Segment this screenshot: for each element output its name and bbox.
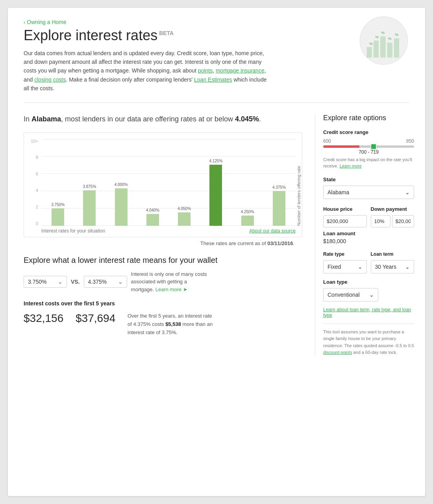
beta-badge: BETA [159,30,174,36]
loan-term-label: Loan term [371,251,414,257]
y-label-2: 2 [36,205,38,209]
bar-group-1: 3.750% [44,203,71,226]
loan-type-label: Loan type [323,279,414,285]
header-left: ‹ Owning a Home Explore interest ratesBE… [24,19,268,93]
state-label: State [323,177,414,182]
bar-group-5: 4.050% [171,206,198,226]
loan-term-col: Loan term 30 Years ⌄ [371,251,414,273]
svg-text:%: % [395,32,398,37]
price-payment-fields: House price Down payment [323,206,414,227]
house-price-col: House price [323,206,367,227]
bar-4 [146,214,159,226]
discount-points-link[interactable]: discount points [323,350,352,355]
credit-score-label: Credit score range [323,129,414,135]
house-price-input[interactable] [323,215,367,227]
credit-score-learn-link[interactable]: Learn more [340,164,362,168]
slider-thumb[interactable] [370,143,377,150]
chart-y-axis: 10+ 8 6 4 2 0 [24,139,41,226]
slider-note: Credit score has a big impact on the rat… [323,156,414,169]
slider-track[interactable] [323,145,414,148]
closing-costs-link[interactable]: closing costs [34,76,66,83]
svg-text:%: % [369,41,373,46]
loan-term-chevron-icon: ⌄ [405,264,410,270]
current-rates-note: These rates are current as of 03/11/2016… [24,240,302,246]
y-label-10: 10+ [31,139,38,143]
loan-term-select[interactable]: 30 Years ⌄ [371,260,414,273]
bar-8 [273,191,285,226]
y-axis-side-label: Number of lenders offering rate [296,139,301,226]
bars-row: 3.750% 3.875% 4.000% [41,139,296,226]
rate1-chevron-icon: ⌄ [58,279,63,285]
chart-footer: Interest rates for your situation About … [24,226,296,234]
loan-amount-value: $180,000 [323,238,414,244]
rate-type-label: Rate type [323,251,367,257]
bar-label-3: 4.000% [115,182,128,187]
state-field: State Alabama ⌄ [323,177,414,199]
cost-description: Over the first 5 years, an interest rate… [128,312,214,337]
loan-amount-label: Loan amount [323,231,414,236]
rate-compare-desc: Interest is only one of many costs assoc… [131,270,210,294]
bar-1 [52,208,64,226]
down-payment-pct-input[interactable] [371,215,390,227]
house-price-label: House price [323,206,367,212]
credit-score-field: Credit score range 600 850 700 - 719 Cre… [323,129,414,169]
interest-costs-label: Interest costs over the first 5 years [24,300,302,307]
cost-amount-2: $37,694 [76,312,123,325]
learn-loan-term-link[interactable]: Learn about loan term, rate type, and lo… [323,307,414,318]
state-headline: In Alabama, most lenders in our data are… [24,114,302,125]
y-label-6: 6 [36,172,38,176]
rate1-select[interactable]: 3.750% ⌄ [24,276,67,288]
loan-estimates-link[interactable]: Loan Estimates [194,76,232,83]
down-payment-col: Down payment [371,206,414,227]
loan-term-value: 30 Years [375,264,397,270]
price-payment-group: House price Down payment Loan amount $18… [323,206,414,244]
slider-value-label: 700 - 719 [323,149,414,155]
bar-3 [115,188,128,226]
y-label-8: 8 [36,155,38,160]
slider-min: 600 [323,138,331,144]
rate-term-group: Rate type Fixed ⌄ Loan term 30 Years ⌄ [323,251,414,273]
svg-rect-5 [394,39,399,58]
header-section: ‹ Owning a Home Explore interest ratesBE… [8,8,425,102]
chart-source-link[interactable]: About our data source [249,228,296,234]
wallet-section: Explore what a lower interest rate means… [24,256,302,337]
rate-type-select[interactable]: Fixed ⌄ [323,260,367,273]
bar-group-8: 4.375% [266,185,292,226]
bar-label-7: 4.250% [241,210,254,214]
bar-7 [241,216,254,226]
points-link[interactable]: points [198,67,213,74]
page-card: ‹ Owning a Home Explore interest ratesBE… [8,8,425,496]
bar-label-4: 4.040% [146,208,159,212]
loan-type-select[interactable]: Conventional ⌄ [323,288,378,301]
page-title: Explore interest ratesBETA [24,28,268,43]
svg-rect-4 [387,43,392,58]
cost-row: $32,156 $37,694 Over the first 5 years, … [24,312,302,337]
learn-more-link[interactable]: Learn more ➤ [155,286,187,292]
y-label-0: 0 [36,221,38,226]
svg-rect-3 [380,36,385,58]
loan-type-group: Loan type Conventional ⌄ [323,279,414,301]
bar-label-5: 4.050% [178,206,191,211]
state-chevron-icon: ⌄ [405,189,410,195]
slider-range-row: 600 850 [323,138,414,144]
rate-type-chevron-icon: ⌄ [358,264,363,270]
left-column: In Alabama, most lenders in our data are… [8,114,315,356]
loan-type-chevron-icon: ⌄ [369,292,374,298]
chart-bars-wrapper: 3.750% 3.875% 4.000% [41,139,296,226]
back-link-text: Owning a Home [27,19,66,25]
options-title: Explore rate options [323,114,414,122]
bar-5 [178,212,191,226]
state-select[interactable]: Alabama ⌄ [323,186,414,199]
bar-group-2: 3.875% [76,184,103,226]
mortgage-insurance-link[interactable]: mortgage insurance [216,67,265,74]
rate-compare-row: 3.750% ⌄ VS. 4.375% ⌄ Interest is only o… [24,270,302,294]
down-payment-amount-input[interactable] [392,215,414,227]
y-label-4: 4 [36,188,38,193]
rate2-select[interactable]: 4.375% ⌄ [84,276,127,288]
right-column: Explore rate options Credit score range … [315,114,425,356]
back-link[interactable]: ‹ Owning a Home [24,19,268,25]
svg-text:%: % [375,35,379,39]
down-payment-label: Down payment [371,206,414,212]
main-content: In Alabama, most lenders in our data are… [8,103,425,356]
svg-text:%: % [381,30,385,35]
